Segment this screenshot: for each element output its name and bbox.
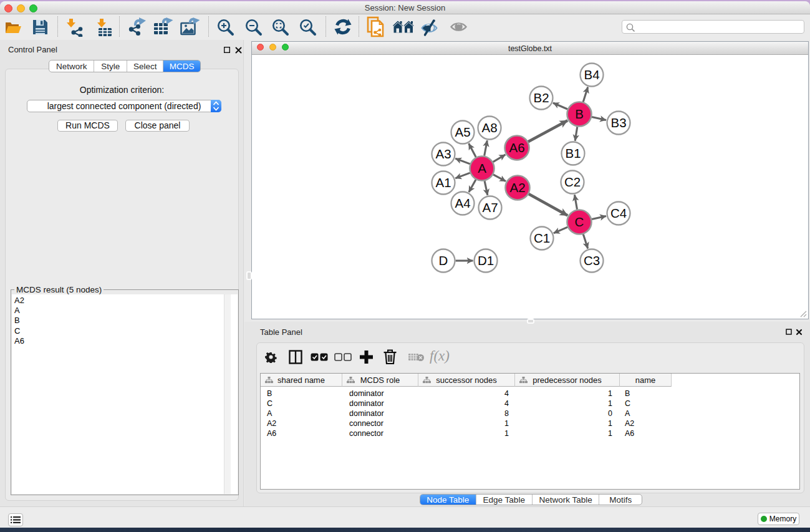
svg-text:D: D [439, 253, 448, 268]
svg-text:C2: C2 [564, 175, 581, 189]
svg-text:A6: A6 [509, 140, 524, 155]
svg-text:B3: B3 [610, 115, 626, 130]
svg-text:A3: A3 [435, 147, 451, 161]
svg-text:A5: A5 [455, 125, 470, 139]
svg-text:A: A [478, 161, 486, 175]
svg-text:A4: A4 [455, 196, 470, 210]
svg-text:B: B [575, 107, 584, 121]
svg-text:B1: B1 [565, 146, 581, 160]
svg-text:C3: C3 [584, 253, 600, 268]
svg-text:C1: C1 [534, 231, 550, 245]
svg-text:A1: A1 [435, 175, 451, 190]
svg-text:B4: B4 [584, 67, 599, 82]
svg-text:C: C [575, 215, 584, 229]
svg-text:C4: C4 [610, 206, 627, 220]
svg-text:D1: D1 [478, 253, 494, 268]
svg-text:A2: A2 [509, 180, 525, 195]
svg-text:A8: A8 [481, 120, 497, 135]
svg-text:B2: B2 [533, 90, 549, 105]
svg-text:A7: A7 [482, 200, 498, 215]
